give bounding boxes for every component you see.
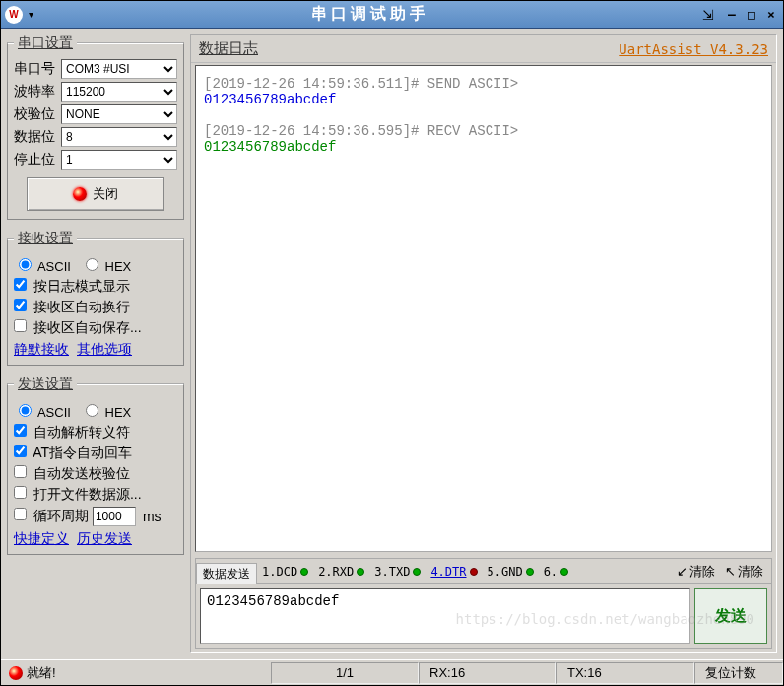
log-send-data: 0123456789abcdef <box>204 92 336 107</box>
signal-label: 2.RXD <box>318 565 354 579</box>
parity-label: 校验位 <box>14 105 57 123</box>
ready-icon <box>9 666 23 680</box>
baud-select[interactable]: 115200 <box>61 82 177 102</box>
baud-label: 波特率 <box>14 83 57 101</box>
loop-unit: ms <box>143 509 162 524</box>
signal-dot-icon <box>560 568 568 576</box>
auto-save-checkbox[interactable]: 接收区自动保存... <box>14 319 142 337</box>
auto-chk-checkbox[interactable]: 自动发送校验位 <box>14 465 130 483</box>
log-area: [2019-12-26 14:59:36.511]# SEND ASCII> 0… <box>195 65 772 552</box>
silent-recv-link[interactable]: 静默接收 <box>14 341 69 359</box>
close-button[interactable]: × <box>763 7 779 23</box>
port-settings-legend: 串口设置 <box>14 34 77 52</box>
history-send-link[interactable]: 历史发送 <box>77 530 132 548</box>
parity-select[interactable]: NONE <box>61 104 177 124</box>
escape-checkbox[interactable]: 自动解析转义符 <box>14 424 130 442</box>
signal-dot-icon <box>470 568 478 576</box>
close-port-button[interactable]: 关闭 <box>27 177 164 211</box>
status-reset-button[interactable]: 复位计数 <box>694 662 783 684</box>
databits-select[interactable]: 8 <box>61 127 177 147</box>
signal-5GND: 5.GND <box>483 565 539 579</box>
signal-dot-icon <box>357 568 364 576</box>
port-label: 串口号 <box>14 60 57 78</box>
signal-4DTR[interactable]: 4.DTR <box>425 565 482 579</box>
recv-hex-radio[interactable]: HEX <box>81 255 131 274</box>
send-tab[interactable]: 数据发送 <box>196 563 257 584</box>
status-ready: 就绪! <box>27 664 56 682</box>
open-file-checkbox[interactable]: 打开文件数据源... <box>14 486 142 504</box>
close-port-label: 关闭 <box>93 185 118 203</box>
signal-2RXD: 2.RXD <box>313 565 369 579</box>
send-ascii-radio[interactable]: ASCII <box>14 401 71 420</box>
app-icon: W <box>5 6 23 24</box>
version-label[interactable]: UartAssist V4.3.23 <box>619 41 768 57</box>
log-header: 数据日志 <box>199 39 258 58</box>
send-settings-panel: 发送设置 ASCII HEX 自动解析转义符 AT指令自动回车 自动发送校验位 … <box>7 376 184 555</box>
signal-label: 6. <box>544 565 557 579</box>
log-recv-data: 0123456789abcdef <box>204 139 336 155</box>
clear-up-button[interactable]: ↖ 清除 <box>721 561 767 583</box>
signal-dot-icon <box>413 568 421 576</box>
maximize-button[interactable]: □ <box>744 7 759 23</box>
port-settings-panel: 串口设置 串口号 COM3 #USI 波特率 115200 校验位 NONE 数… <box>7 34 184 220</box>
clear-left-button[interactable]: ↙ 清除 <box>673 561 719 583</box>
menu-dropdown-icon[interactable]: ▾ <box>29 9 33 20</box>
signal-1DCD: 1.DCD <box>257 565 313 579</box>
signal-6: 6. <box>539 565 573 579</box>
send-button[interactable]: 发送 <box>694 588 767 644</box>
signal-label: 4.DTR <box>430 565 466 579</box>
recv-ascii-radio[interactable]: ASCII <box>14 255 71 274</box>
statusbar: 就绪! 1/1 RX:16 TX:16 复位计数 <box>1 659 783 685</box>
stopbits-select[interactable]: 1 <box>61 150 177 170</box>
log-recv-timestamp: [2019-12-26 14:59:36.595]# RECV ASCII> <box>204 123 518 139</box>
status-rx: RX:16 <box>419 662 556 684</box>
signal-dot-icon <box>526 568 534 576</box>
other-options-link[interactable]: 其他选项 <box>77 341 132 359</box>
signal-label: 1.DCD <box>262 565 297 579</box>
at-cr-checkbox[interactable]: AT指令自动回车 <box>14 445 132 462</box>
loop-period-input[interactable] <box>93 507 136 526</box>
send-input[interactable]: 0123456789abcdef <box>200 588 690 644</box>
window-title: 串口调试助手 <box>37 4 702 25</box>
log-send-timestamp: [2019-12-26 14:59:36.511]# SEND ASCII> <box>204 76 518 92</box>
titlebar: W ▾ 串口调试助手 ⇲ – □ × <box>1 1 783 29</box>
send-hex-radio[interactable]: HEX <box>81 401 131 420</box>
loop-checkbox[interactable]: 循环周期 <box>14 508 89 525</box>
port-select[interactable]: COM3 #USI <box>61 59 177 79</box>
signal-label: 5.GND <box>488 565 523 579</box>
send-settings-legend: 发送设置 <box>14 376 77 393</box>
auto-wrap-checkbox[interactable]: 接收区自动换行 <box>14 299 130 316</box>
pin-icon[interactable]: ⇲ <box>702 7 714 23</box>
minimize-button[interactable]: – <box>724 7 740 23</box>
signal-3TXD: 3.TXD <box>369 565 425 579</box>
status-progress: 1/1 <box>271 662 419 684</box>
log-mode-checkbox[interactable]: 按日志模式显示 <box>14 278 130 296</box>
status-tx: TX:16 <box>556 662 694 684</box>
stopbits-label: 停止位 <box>14 151 57 169</box>
signal-label: 3.TXD <box>374 565 410 579</box>
quick-define-link[interactable]: 快捷定义 <box>14 530 69 548</box>
databits-label: 数据位 <box>14 128 57 146</box>
signal-dot-icon <box>300 568 308 576</box>
recv-settings-panel: 接收设置 ASCII HEX 按日志模式显示 接收区自动换行 接收区自动保存..… <box>7 230 184 366</box>
recv-settings-legend: 接收设置 <box>14 230 77 247</box>
record-icon <box>73 187 87 201</box>
